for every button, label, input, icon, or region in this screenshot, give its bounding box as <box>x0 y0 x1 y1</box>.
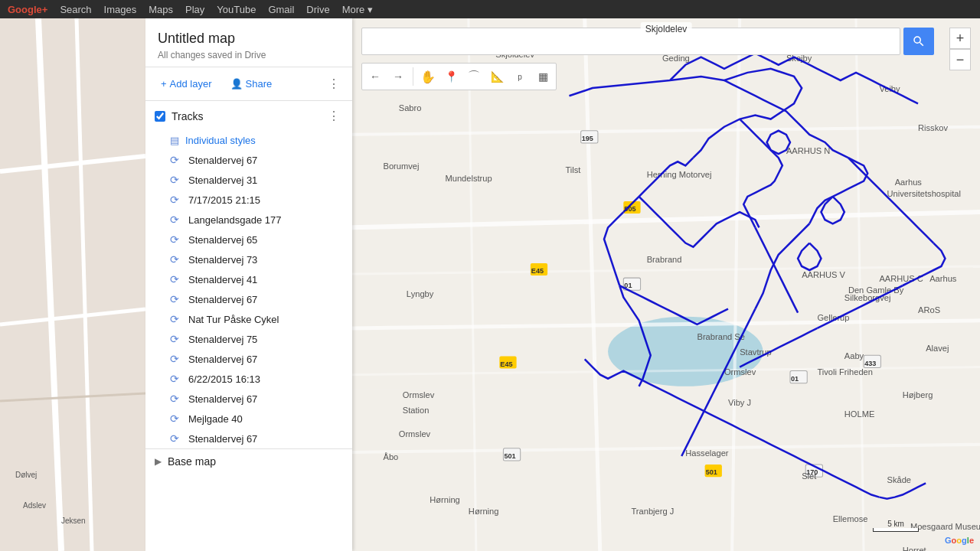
track-name-9: Stenaldervej 75 <box>188 334 257 345</box>
svg-text:Sabro: Sabro <box>399 103 422 112</box>
svg-text:501: 501 <box>706 468 717 476</box>
share-button[interactable]: 👤 Share <box>224 75 279 93</box>
svg-text:Den Gamle By: Den Gamle By <box>848 285 904 295</box>
svg-text:Aarhus: Aarhus <box>895 178 923 187</box>
base-map-section[interactable]: ▶ Base map <box>145 448 352 474</box>
map-search-button[interactable] <box>903 28 934 55</box>
main-container: Adslev Jeksen Dølvej Untitled map All ch… <box>0 18 980 551</box>
zoom-in-button[interactable]: + <box>949 28 971 49</box>
svg-text:Ormslev: Ormslev <box>724 367 756 377</box>
track-icon-2: ⟳ <box>170 194 182 206</box>
panel-menu-button[interactable]: ⋮ <box>325 73 343 94</box>
zoom-out-button[interactable]: − <box>949 49 971 70</box>
map-search-input[interactable] <box>361 28 900 55</box>
svg-text:Aaby: Aaby <box>844 351 864 360</box>
add-layer-label: Add layer <box>170 78 212 90</box>
track-icon-8: ⟳ <box>170 313 182 325</box>
add-layer-button[interactable]: + Add layer <box>155 75 218 93</box>
hand-tool-button[interactable]: ✋ <box>417 66 439 87</box>
grid-tool-button[interactable]: ▦ <box>532 66 554 87</box>
base-map-expand-icon: ▶ <box>155 456 162 467</box>
svg-text:Jeksen: Jeksen <box>61 517 86 525</box>
panel-header: Untitled map All changes saved in Drive <box>145 18 352 67</box>
svg-text:Hørning: Hørning <box>430 495 460 504</box>
svg-text:Moesgaard Museum: Moesgaard Museum <box>910 522 980 531</box>
svg-text:Brabrand: Brabrand <box>647 255 682 264</box>
track-name-14: Stenaldervej 67 <box>188 433 257 445</box>
track-item[interactable]: ⟳ Stenaldervej 67 <box>145 150 352 170</box>
nav-search[interactable]: Search <box>58 4 93 15</box>
nav-more[interactable]: More ▾ <box>341 4 374 15</box>
google-watermark: Google <box>945 536 974 545</box>
track-item[interactable]: ⟳ Stenaldervej 75 <box>145 329 352 349</box>
track-item[interactable]: ⟳ Nat Tur Påske Cykel <box>145 309 352 329</box>
svg-text:Horret: Horret <box>903 546 927 551</box>
side-panel: Untitled map All changes saved in Drive … <box>145 18 352 551</box>
back-tool-button[interactable]: ← <box>364 66 386 87</box>
ruler-tool-button[interactable]: 📐 <box>486 66 508 87</box>
track-item[interactable]: ⟳ 6/22/2015 16:13 <box>145 369 352 389</box>
location-label: Skjoldelev <box>641 22 692 36</box>
track-icon-1: ⟳ <box>170 174 182 186</box>
layer-name: Tracks <box>172 110 318 122</box>
track-name-0: Stenaldervej 67 <box>188 155 257 166</box>
nav-gmail[interactable]: Gmail <box>266 4 296 15</box>
track-icon-5: ⟳ <box>170 253 182 266</box>
layer-menu-button[interactable]: ⋮ <box>325 107 343 125</box>
track-name-7: Stenaldervej 67 <box>188 294 257 305</box>
track-icon-10: ⟳ <box>170 353 182 365</box>
track-item[interactable]: ⟳ Stenaldervej 67 <box>145 289 352 309</box>
map-svg: E45 E45 505 501 170 501 195 433 01 01 Sk… <box>352 18 980 551</box>
nav-drive[interactable]: Drive <box>305 4 331 15</box>
line-tool-button[interactable]: ⌒ <box>463 66 485 87</box>
svg-text:Skåde: Skåde <box>887 475 912 484</box>
track-item[interactable]: ⟳ Stenaldervej 67 <box>145 389 352 409</box>
svg-text:Ormslev: Ormslev <box>399 429 431 439</box>
track-item[interactable]: ⟳ Stenaldervej 31 <box>145 170 352 190</box>
measure-tool-button[interactable]: p <box>509 66 531 87</box>
nav-google-plus[interactable]: Google+ <box>6 4 49 15</box>
toolbar-separator <box>413 67 413 86</box>
svg-text:Stavtrup: Stavtrup <box>740 347 771 357</box>
nav-youtube[interactable]: YouTube <box>215 4 257 15</box>
track-item[interactable]: ⟳ 7/17/2015 21:15 <box>145 190 352 210</box>
svg-text:Ellemose: Ellemose <box>833 514 868 523</box>
individual-styles-item[interactable]: ▤ Individual styles <box>145 131 352 150</box>
left-map-svg: Adslev Jeksen Dølvej <box>0 18 145 551</box>
svg-text:Borumvej: Borumvej <box>383 161 419 171</box>
svg-text:Slet: Slet <box>802 471 817 481</box>
svg-text:Åbo: Åbo <box>383 452 398 461</box>
track-icon-13: ⟳ <box>170 412 182 425</box>
style-icon: ▤ <box>170 135 179 146</box>
track-name-12: Stenaldervej 67 <box>188 393 257 405</box>
zoom-controls: + − <box>949 28 971 70</box>
svg-text:Højberg: Højberg <box>903 390 933 399</box>
track-name-5: Stenaldervej 73 <box>188 254 257 266</box>
nav-images[interactable]: Images <box>103 4 139 15</box>
track-list: ⟳ Stenaldervej 67 ⟳ Stenaldervej 31 ⟳ 7/… <box>145 150 352 448</box>
forward-tool-button[interactable]: → <box>387 66 409 87</box>
search-icon <box>912 34 926 48</box>
svg-text:501: 501 <box>504 452 515 460</box>
track-item[interactable]: ⟳ Stenaldervej 41 <box>145 269 352 289</box>
track-item[interactable]: ⟳ Mejlgade 40 <box>145 409 352 429</box>
style-label: Individual styles <box>185 135 256 146</box>
layer-checkbox[interactable] <box>155 111 165 122</box>
svg-text:AARHUS N: AARHUS N <box>786 146 831 155</box>
base-map-label: Base map <box>168 455 216 468</box>
track-icon-11: ⟳ <box>170 373 182 385</box>
track-item[interactable]: ⟳ Stenaldervej 65 <box>145 230 352 249</box>
map-area[interactable]: ← → ✋ 📍 ⌒ 📐 p ▦ <box>352 18 980 551</box>
nav-maps[interactable]: Maps <box>147 4 175 15</box>
add-layer-icon: + <box>161 78 167 90</box>
track-item[interactable]: ⟳ Stenaldervej 67 <box>145 349 352 369</box>
track-item[interactable]: ⟳ Stenaldervej 73 <box>145 249 352 269</box>
track-name-6: Stenaldervej 41 <box>188 274 257 285</box>
svg-text:Brabrand Se: Brabrand Se <box>697 332 744 341</box>
nav-play[interactable]: Play <box>184 4 206 15</box>
track-icon-3: ⟳ <box>170 214 182 226</box>
marker-tool-button[interactable]: 📍 <box>440 66 462 87</box>
track-name-13: Mejlgade 40 <box>188 413 243 425</box>
track-item[interactable]: ⟳ Langelandsgade 177 <box>145 210 352 230</box>
track-item[interactable]: ⟳ Stenaldervej 67 <box>145 429 352 448</box>
